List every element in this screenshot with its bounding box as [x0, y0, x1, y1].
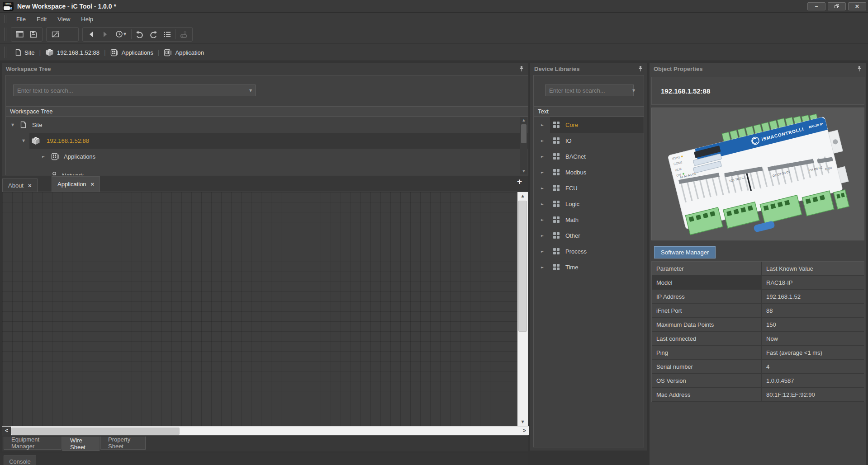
tree-node-network-partial[interactable]: Network — [6, 168, 528, 175]
tab-wire-sheet[interactable]: Wire Sheet — [62, 437, 100, 451]
table-row[interactable]: Serial number 4 — [652, 360, 864, 374]
pin-icon[interactable] — [856, 66, 863, 72]
library-item-fcu[interactable]: ► FCU — [534, 180, 644, 196]
breadcrumb-device[interactable]: 192.168.1.52:88 — [41, 48, 104, 56]
tab-about[interactable]: About × — [2, 178, 38, 192]
add-tab-button[interactable]: + — [517, 177, 522, 187]
save-workspace-button[interactable] — [27, 28, 40, 41]
console-button[interactable]: Console — [4, 456, 36, 465]
menu-view[interactable]: View — [52, 13, 76, 25]
close-button[interactable]: × — [848, 2, 866, 10]
canvas-vertical-scrollbar[interactable]: ▲ ▼ — [517, 192, 528, 426]
minimize-button[interactable]: – — [807, 2, 825, 10]
scroll-down-icon[interactable]: ▼ — [517, 418, 528, 426]
table-row[interactable]: Model RAC18-IP — [652, 276, 864, 290]
tab-property-sheet[interactable]: Property Sheet — [100, 437, 146, 450]
library-item-time[interactable]: ► Time — [534, 259, 644, 275]
menu-file[interactable]: File — [11, 13, 31, 25]
forward-icon — [102, 31, 108, 38]
expander-collapsed-icon[interactable]: ► — [541, 186, 544, 190]
chevron-down-icon[interactable]: ▼ — [246, 89, 255, 93]
navigate-forward-button[interactable] — [98, 28, 112, 41]
table-row[interactable]: OS Version 1.0.0.4587 — [652, 374, 864, 388]
expander-collapsed-icon[interactable]: ► — [541, 123, 544, 127]
expander-collapsed-icon[interactable]: ► — [541, 218, 544, 222]
table-row[interactable]: Maximum Data Points 150 — [652, 318, 864, 332]
tab-application[interactable]: Application × — [52, 176, 100, 192]
breadcrumb-application[interactable]: Application — [159, 49, 209, 56]
search-input[interactable] — [545, 87, 632, 94]
library-item-core[interactable]: ► Core — [534, 117, 644, 133]
library-item-math[interactable]: ► Math — [534, 212, 644, 228]
toolbar-grip[interactable] — [4, 47, 6, 58]
library-grid-icon — [553, 153, 560, 161]
toolbar-grip[interactable] — [4, 15, 6, 23]
toolbar-grip[interactable] — [4, 28, 6, 41]
expander-collapsed-icon[interactable]: ► — [541, 202, 544, 206]
tree-node-applications[interactable]: ► Applications — [6, 149, 528, 164]
breadcrumb-applications[interactable]: Applications — [106, 49, 158, 56]
pin-icon[interactable] — [637, 66, 644, 72]
table-row[interactable]: Ping Fast (average <1 ms) — [652, 346, 864, 360]
workspace-search-combo[interactable]: ▼ — [13, 85, 256, 96]
library-item-process[interactable]: ► Process — [534, 244, 644, 259]
restore-button[interactable] — [828, 2, 846, 10]
library-item-other[interactable]: ► Other — [534, 228, 644, 244]
expander-collapsed-icon[interactable]: ► — [541, 234, 544, 238]
navigate-back-button[interactable] — [85, 28, 98, 41]
tree-vertical-scrollbar[interactable]: ▲ ▼ — [520, 117, 527, 174]
library-search-combo[interactable]: ▼ — [545, 85, 634, 96]
table-row[interactable]: Mac Address 80:1F:12:EF:92:90 — [652, 388, 864, 402]
table-row[interactable]: Last connected Now — [652, 332, 864, 346]
wire-sheet-grid[interactable] — [2, 192, 517, 426]
action-list-button[interactable] — [160, 28, 174, 41]
table-row[interactable]: IP Address 192.168.1.52 — [652, 290, 864, 304]
library-item-io[interactable]: ► IO — [534, 133, 644, 149]
wire-sheet-tool-button[interactable] — [48, 28, 62, 41]
history-dropdown-button[interactable]: ▼ — [112, 28, 130, 41]
library-grid-icon — [553, 216, 560, 225]
scrollbar-thumb[interactable] — [518, 201, 527, 332]
tab-equipment-manager[interactable]: Equipment Manager — [4, 437, 62, 450]
search-input[interactable] — [14, 87, 246, 94]
panel-title: Workspace Tree — [2, 66, 518, 72]
view-mode-tabs: Equipment Manager Wire Sheet Property Sh… — [2, 437, 528, 451]
menu-edit[interactable]: Edit — [31, 13, 52, 25]
expander-collapsed-icon[interactable]: ► — [541, 139, 544, 143]
close-tab-icon[interactable]: × — [91, 181, 95, 188]
library-item-bacnet[interactable]: ► BACnet — [534, 149, 644, 164]
workspace-layout-button[interactable] — [13, 28, 27, 41]
scroll-left-icon[interactable]: < — [2, 427, 11, 436]
tree-node-site[interactable]: ▼ Site — [6, 117, 528, 133]
close-tab-icon[interactable]: × — [28, 182, 32, 189]
expander-collapsed-icon[interactable]: ► — [541, 249, 544, 254]
scroll-up-icon[interactable]: ▲ — [517, 192, 528, 200]
expander-collapsed-icon[interactable]: ► — [541, 265, 544, 269]
panel-title: Object Properties — [650, 66, 856, 72]
expander-expanded-icon[interactable]: ▼ — [11, 123, 14, 127]
expander-collapsed-icon[interactable]: ► — [541, 155, 544, 159]
scroll-right-icon[interactable]: > — [523, 427, 526, 435]
device-discovery-icon — [180, 31, 188, 38]
canvas-horizontal-scrollbar[interactable]: < > — [2, 426, 529, 435]
scroll-up-icon[interactable]: ▲ — [520, 117, 527, 123]
scrollbar-thumb[interactable] — [11, 427, 180, 435]
application-icon — [164, 49, 172, 56]
redo-button[interactable] — [147, 28, 160, 41]
library-item-logic[interactable]: ► Logic — [534, 196, 644, 212]
tree-node-device[interactable]: ▼ 192.168.1.52:88 — [6, 133, 528, 149]
table-row[interactable]: iFnet Port 88 — [652, 304, 864, 318]
software-manager-button[interactable]: Software Manager — [654, 246, 716, 258]
undo-button[interactable] — [133, 28, 147, 41]
expander-collapsed-icon[interactable]: ► — [541, 170, 544, 174]
device-discovery-button[interactable] — [177, 28, 190, 41]
breadcrumb-site[interactable]: Site — [11, 49, 39, 56]
expander-collapsed-icon[interactable]: ► — [42, 155, 45, 159]
library-item-modbus[interactable]: ► Modbus — [534, 164, 644, 180]
scrollbar-thumb[interactable] — [521, 124, 526, 143]
expander-expanded-icon[interactable]: ▼ — [22, 139, 25, 143]
chevron-down-icon[interactable]: ▼ — [632, 89, 635, 93]
scroll-down-icon[interactable]: ▼ — [520, 168, 527, 174]
pin-icon[interactable] — [518, 66, 525, 72]
menu-help[interactable]: Help — [76, 13, 99, 25]
